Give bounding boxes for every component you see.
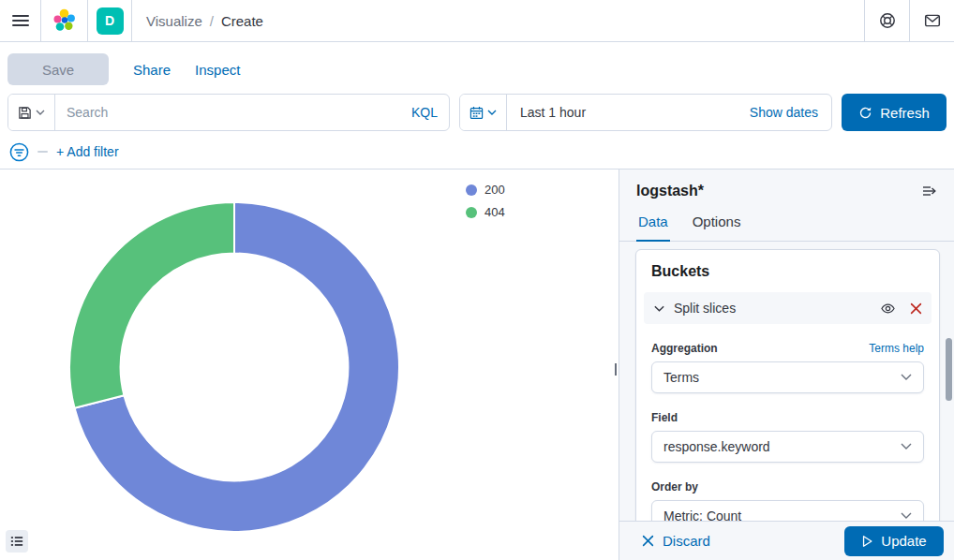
- update-label: Update: [881, 533, 926, 549]
- chevron-down-icon: [653, 302, 665, 315]
- elastic-logo-icon: [52, 8, 77, 33]
- time-range-button[interactable]: Last 1 hour: [507, 95, 586, 130]
- help-icon: [879, 12, 896, 29]
- search-input[interactable]: [55, 95, 400, 130]
- legend-color-dot: [466, 184, 477, 196]
- breadcrumb: Visualize / Create: [132, 0, 263, 41]
- breadcrumb-separator: /: [210, 13, 214, 29]
- chart-area: 200404: [0, 169, 619, 560]
- save-icon: [18, 106, 32, 120]
- legend-color-dot: [466, 207, 477, 218]
- filter-icon: [9, 142, 29, 162]
- date-picker: Last 1 hour Show dates: [459, 94, 832, 131]
- legend-label: 200: [484, 183, 505, 197]
- order-by-select[interactable]: Metric: Count: [651, 500, 924, 521]
- hamburger-icon: [12, 15, 29, 17]
- panel-header: logstash*: [619, 169, 954, 200]
- show-dates-button[interactable]: Show dates: [737, 95, 831, 130]
- filter-row: + Add filter: [7, 137, 947, 167]
- aggregation-value: Terms: [663, 370, 699, 385]
- scrollbar-thumb[interactable]: [946, 338, 952, 401]
- order-by-group: Order by Metric: Count: [651, 480, 924, 521]
- query-row: KQL Last 1 hour Show: [7, 94, 947, 131]
- legend-toggle-button[interactable]: [6, 530, 28, 553]
- buckets-card: Buckets Split slices: [635, 249, 940, 521]
- help-button[interactable]: [864, 0, 909, 41]
- legend-item-404[interactable]: 404: [466, 205, 505, 219]
- chevron-down-icon: [487, 110, 497, 116]
- aggregation-select[interactable]: Terms: [651, 361, 924, 393]
- chevron-down-icon: [901, 512, 912, 520]
- main-content: 200404 logstash*: [0, 169, 954, 560]
- calendar-icon: [470, 106, 484, 120]
- chevron-down-icon: [36, 110, 45, 116]
- play-icon: [861, 535, 873, 548]
- discard-label: Discard: [663, 533, 710, 549]
- legend-item-200[interactable]: 200: [466, 183, 505, 197]
- quick-select-button[interactable]: [460, 95, 507, 130]
- toolbar: Save Share Inspect KQL: [0, 42, 954, 169]
- filter-options-button[interactable]: [7, 142, 31, 162]
- collapse-panel-button[interactable]: [920, 182, 939, 200]
- split-slices-label: Split slices: [674, 301, 736, 316]
- save-button[interactable]: Save: [7, 53, 109, 85]
- order-by-label: Order by: [651, 480, 698, 494]
- breadcrumb-create: Create: [221, 13, 263, 29]
- buckets-title: Buckets: [651, 263, 924, 280]
- field-label: Field: [651, 411, 678, 424]
- list-icon: [10, 535, 23, 548]
- discard-button[interactable]: Discard: [642, 533, 710, 549]
- share-button[interactable]: Share: [133, 62, 171, 78]
- refresh-icon: [858, 106, 872, 120]
- space-selector: D: [88, 0, 132, 41]
- kql-button[interactable]: KQL: [400, 95, 449, 130]
- close-icon: [910, 302, 922, 315]
- aggregation-label: Aggregation: [651, 342, 718, 355]
- mail-icon: [923, 12, 942, 29]
- filter-dash: [37, 151, 48, 153]
- query-bar: KQL: [7, 94, 450, 131]
- top-navbar: D Visualize / Create: [0, 0, 954, 42]
- kibana-app: D Visualize / Create: [0, 0, 954, 560]
- saved-queries-button[interactable]: [8, 95, 55, 130]
- split-slices-accordion[interactable]: Split slices: [644, 292, 932, 324]
- config-panel: logstash* Data Options: [619, 169, 954, 560]
- add-filter-button[interactable]: + Add filter: [56, 144, 119, 159]
- field-group: Field response.keyword: [651, 411, 924, 463]
- aggregation-group: Aggregation Terms help Terms: [651, 342, 924, 393]
- breadcrumb-visualize[interactable]: Visualize: [146, 13, 202, 29]
- pie-slice-404[interactable]: [69, 202, 234, 408]
- order-by-value: Metric: Count: [663, 508, 741, 521]
- chevron-down-icon: [901, 443, 912, 450]
- remove-bucket-button[interactable]: [910, 302, 922, 315]
- index-pattern-title: logstash*: [636, 183, 704, 199]
- panel-tabs: Data Options: [619, 200, 954, 242]
- newsfeed-button[interactable]: [909, 0, 954, 41]
- elastic-logo[interactable]: [41, 0, 88, 41]
- donut-chart: [0, 169, 469, 560]
- space-badge[interactable]: D: [97, 7, 124, 35]
- field-value: response.keyword: [663, 439, 770, 454]
- toggle-visibility-button[interactable]: [880, 302, 896, 316]
- refresh-button[interactable]: Refresh: [842, 94, 947, 131]
- refresh-label: Refresh: [880, 105, 930, 121]
- tab-data[interactable]: Data: [636, 214, 670, 242]
- legend-label: 404: [484, 205, 505, 219]
- update-button[interactable]: Update: [844, 526, 944, 556]
- chevron-down-icon: [901, 374, 912, 381]
- menu-button[interactable]: [0, 0, 41, 41]
- action-row: Save Share Inspect: [7, 50, 947, 89]
- menu-right-icon: [922, 184, 937, 199]
- eye-icon: [880, 302, 896, 316]
- chart-legend: 200404: [466, 183, 505, 219]
- panel-footer: Discard Update: [619, 521, 954, 560]
- field-select[interactable]: response.keyword: [651, 431, 924, 463]
- inspect-button[interactable]: Inspect: [195, 62, 240, 78]
- panel-scroll-area: Buckets Split slices: [619, 242, 954, 521]
- close-icon: [642, 535, 654, 547]
- terms-help-link[interactable]: Terms help: [869, 342, 924, 355]
- tab-options[interactable]: Options: [691, 214, 743, 242]
